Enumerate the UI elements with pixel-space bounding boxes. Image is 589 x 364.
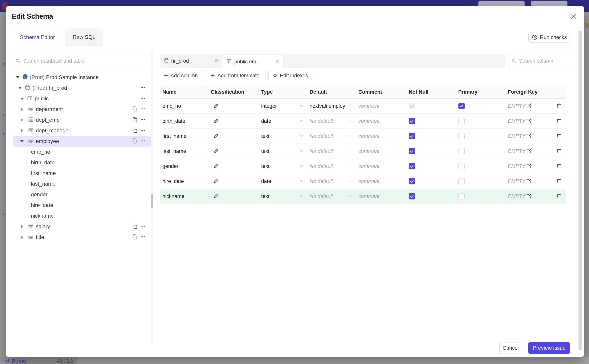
close-tab-icon[interactable] — [214, 58, 219, 64]
classification-pencil-icon[interactable] — [214, 118, 219, 124]
column-name[interactable]: last_name — [162, 148, 186, 154]
comment-placeholder[interactable]: comment — [358, 118, 380, 124]
tab-schema-editor[interactable]: Schema Editor — [12, 29, 63, 46]
default-value[interactable]: No default — [309, 118, 333, 124]
type-value[interactable]: date — [261, 178, 271, 184]
not-null-checkbox[interactable] — [409, 133, 415, 139]
tab-raw-sql[interactable]: Raw SQL — [65, 29, 103, 46]
classification-pencil-icon[interactable] — [214, 193, 219, 200]
copy-icon[interactable] — [132, 127, 138, 134]
copy-icon[interactable] — [132, 116, 138, 124]
classification-pencil-icon[interactable] — [214, 103, 219, 109]
tree-item-table-salary[interactable]: salary — [13, 221, 151, 232]
not-null-checkbox[interactable] — [409, 178, 415, 184]
more-actions-icon[interactable] — [140, 127, 146, 134]
comment-placeholder[interactable]: comment — [358, 103, 380, 109]
classification-pencil-icon[interactable] — [214, 163, 219, 169]
classification-pencil-icon[interactable] — [214, 178, 219, 184]
column-name[interactable]: emp_no — [162, 103, 181, 109]
classification-pencil-icon[interactable] — [214, 133, 219, 139]
primary-checkbox[interactable] — [458, 148, 465, 154]
column-search[interactable] — [509, 54, 569, 68]
type-value[interactable]: date — [261, 118, 271, 124]
type-value[interactable]: integer — [261, 103, 277, 109]
default-value[interactable]: No default — [309, 148, 333, 154]
chevron-down-icon[interactable] — [299, 193, 304, 199]
comment-placeholder[interactable]: comment — [358, 148, 380, 154]
comment-placeholder[interactable]: comment — [358, 178, 380, 184]
chevron-down-icon[interactable] — [299, 178, 304, 184]
demo-label[interactable]: Demo — [11, 358, 26, 364]
delete-row-icon[interactable] — [556, 178, 562, 185]
chevron-down-icon[interactable] — [299, 103, 304, 109]
chevron-down-icon[interactable] — [299, 133, 304, 139]
edit-foreign-key-icon[interactable] — [526, 163, 532, 170]
chevron-down-icon[interactable] — [299, 118, 304, 124]
tree-item-table-dept-emp[interactable]: dept_emp — [13, 115, 151, 125]
column-name[interactable]: birth_date — [162, 118, 185, 124]
chevron-down-icon[interactable] — [299, 148, 304, 154]
tree-item-table-department[interactable]: department — [13, 104, 151, 115]
type-value[interactable]: text — [261, 133, 269, 139]
edit-foreign-key-icon[interactable] — [526, 148, 532, 155]
primary-checkbox[interactable] — [458, 193, 465, 200]
chevron-right-icon[interactable] — [21, 129, 23, 132]
primary-checkbox[interactable] — [458, 133, 465, 139]
column-name[interactable]: first_name — [162, 133, 187, 139]
comment-placeholder[interactable]: comment — [358, 163, 380, 169]
tree-item-column-birth-date[interactable]: birth_date — [13, 157, 151, 168]
type-value[interactable]: text — [261, 163, 269, 169]
edit-indexes-button[interactable]: Edit indexes — [268, 70, 312, 81]
comment-placeholder[interactable]: comment — [358, 193, 380, 199]
more-actions-icon[interactable] — [140, 84, 146, 91]
tree-item-table-dept-manager[interactable]: dept_manager — [13, 125, 151, 136]
chevron-down-icon[interactable] — [16, 76, 20, 78]
classification-pencil-icon[interactable] — [214, 148, 219, 154]
edit-foreign-key-icon[interactable] — [526, 103, 532, 110]
edit-foreign-key-icon[interactable] — [526, 178, 532, 185]
chevron-down-icon[interactable] — [347, 163, 353, 169]
database-search-input[interactable] — [23, 58, 147, 64]
chevron-down-icon[interactable] — [20, 98, 24, 100]
default-value[interactable]: No default — [309, 178, 333, 184]
column-name[interactable]: hire_date — [162, 178, 184, 184]
edit-foreign-key-icon[interactable] — [526, 193, 532, 200]
primary-checkbox[interactable] — [458, 163, 465, 169]
chevron-down-icon[interactable] — [347, 118, 353, 124]
close-icon[interactable] — [569, 13, 577, 21]
chevron-down-icon[interactable] — [18, 87, 22, 89]
run-checks-button[interactable]: Run checks — [528, 32, 570, 43]
delete-row-icon[interactable] — [556, 193, 562, 200]
chevron-down-icon[interactable] — [347, 148, 353, 154]
close-tab-icon[interactable] — [275, 59, 280, 65]
default-value[interactable]: No default — [309, 193, 333, 199]
tree-item-column-last-name[interactable]: last_name — [13, 179, 151, 189]
type-value[interactable]: text — [261, 193, 269, 199]
column-name[interactable]: nickname — [162, 193, 185, 199]
chevron-down-icon[interactable] — [20, 140, 24, 143]
default-value[interactable]: No default — [309, 163, 333, 169]
chevron-right-icon[interactable] — [21, 118, 23, 122]
copy-icon[interactable] — [132, 138, 138, 145]
preview-issue-button[interactable]: Preview issue — [528, 342, 570, 354]
more-actions-icon[interactable] — [140, 234, 146, 241]
tree-item-schema-public[interactable]: public — [13, 93, 151, 104]
copy-icon[interactable] — [132, 223, 138, 230]
default-value[interactable]: nextval('employ — [309, 103, 345, 109]
chevron-right-icon[interactable] — [21, 225, 23, 228]
comment-placeholder[interactable]: comment — [358, 133, 380, 139]
tree-item-table-employee[interactable]: employee — [13, 136, 151, 147]
delete-row-icon[interactable] — [556, 118, 562, 124]
modal-scrollbar[interactable] — [578, 31, 582, 350]
default-value[interactable]: No default — [309, 133, 333, 139]
edit-foreign-key-icon[interactable] — [526, 118, 532, 124]
column-name[interactable]: gender — [162, 163, 178, 169]
add-column-button[interactable]: Add column — [160, 70, 201, 81]
editor-tab-hr-prod[interactable]: hr_prod — [160, 54, 222, 68]
more-actions-icon[interactable] — [140, 223, 146, 230]
more-actions-icon[interactable] — [140, 95, 146, 102]
chevron-down-icon[interactable] — [347, 133, 353, 139]
more-actions-icon[interactable] — [140, 138, 146, 145]
edit-foreign-key-icon[interactable] — [526, 133, 532, 140]
primary-checkbox[interactable] — [458, 103, 465, 109]
